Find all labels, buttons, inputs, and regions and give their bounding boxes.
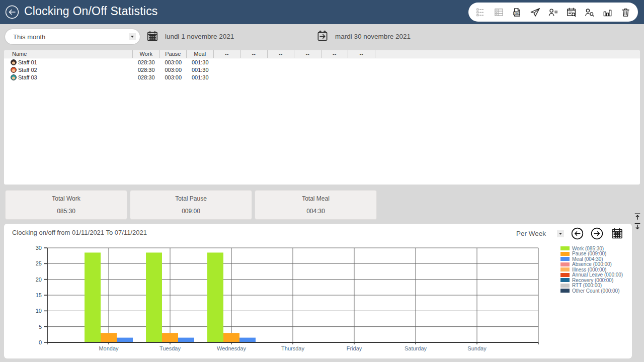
calendar-arrow-icon: [316, 30, 329, 43]
legend-label: RTT (000:00): [572, 283, 602, 288]
export-pdf-icon[interactable]: PDF: [511, 7, 523, 18]
x-category-label: Monday: [99, 345, 119, 351]
calendar-search-icon[interactable]: [566, 7, 577, 18]
y-tick-label: 20: [36, 277, 42, 283]
column-header-meal: Meal: [187, 50, 214, 58]
total-pause-label: Total Pause: [130, 195, 252, 202]
filter-row: This month lundi 1 novembre 2021 mardi 3…: [0, 24, 644, 50]
chevron-down-icon: [557, 230, 564, 237]
bar-wednesday-1: [207, 252, 223, 342]
table-row[interactable]: Staff 03028:30003:00001:30: [4, 73, 640, 81]
date-to-field[interactable]: mardi 30 novembre 2021: [316, 30, 411, 43]
staff-name-cell: Staff 02: [4, 67, 133, 73]
chart-body: 051015202530MondayTuesdayWednesdayThursd…: [4, 244, 632, 358]
total-pause-card: Total Pause 009:00: [130, 190, 252, 220]
chart-panel: Clocking on/off from 01/11/2021 To 07/11…: [4, 224, 632, 358]
legend-item: Absence (000:00): [560, 262, 631, 267]
legend-item: Work (085:30): [560, 246, 631, 251]
meal-cell: 001:30: [187, 59, 214, 65]
next-period-button[interactable]: [591, 227, 603, 240]
legend-label: Absence (000:00): [572, 261, 612, 267]
back-button[interactable]: [5, 5, 19, 19]
x-category-label: Thursday: [281, 345, 304, 351]
work-cell: 028:30: [133, 67, 160, 73]
meal-cell: 001:30: [187, 74, 214, 80]
report-table-icon[interactable]: [493, 7, 505, 18]
legend-item: Annual Leave (000:00): [560, 273, 631, 278]
legend-swatch: [560, 289, 570, 293]
bar-wednesday-2: [223, 333, 239, 342]
legend-item: Recovery (000:00): [560, 278, 631, 283]
chart-legend: Work (085:30)Pause (009:00)Meal (004:30)…: [560, 246, 631, 294]
expand-down-button[interactable]: [633, 222, 642, 230]
bar-wednesday-3: [239, 338, 256, 342]
pause-cell: 003:00: [160, 59, 187, 65]
staff-name: Staff 01: [18, 59, 37, 65]
svg-text:PDF: PDF: [515, 12, 519, 15]
legend-label: Annual Leave (000:00): [572, 272, 623, 278]
bar-tuesday-3: [178, 338, 194, 342]
back-arrow-icon: [5, 5, 19, 19]
column-header-empty-4: --: [214, 50, 241, 58]
legend-swatch: [560, 284, 570, 288]
bar-monday-3: [117, 338, 133, 342]
y-tick-label: 5: [39, 324, 42, 330]
arrow-left-circle-icon: [571, 227, 584, 240]
period-select[interactable]: This month: [5, 29, 140, 44]
avatar: [11, 67, 17, 73]
legend-swatch: [560, 246, 570, 250]
table-row[interactable]: Staff 01028:30003:00001:30: [4, 58, 640, 66]
send-icon[interactable]: [529, 7, 541, 18]
calendar-icon: [146, 30, 159, 43]
legend-swatch: [560, 252, 570, 256]
date-to-value: mardi 30 novembre 2021: [335, 33, 411, 40]
top-bar: Clocking On/Off Statistics PDF: [0, 0, 644, 24]
chart-period-value: Per Week: [516, 230, 546, 237]
pause-cell: 003:00: [160, 67, 187, 73]
user-details-icon[interactable]: [547, 7, 559, 18]
bar-tuesday-1: [146, 252, 162, 342]
meal-cell: 001:30: [187, 67, 214, 73]
column-header-empty-9: --: [348, 50, 375, 58]
x-category-label: Sunday: [467, 345, 487, 351]
avatar: [11, 59, 17, 65]
expand-up-button[interactable]: [633, 212, 642, 221]
column-header-empty-6: --: [268, 50, 295, 58]
date-from-field[interactable]: lundi 1 novembre 2021: [146, 30, 234, 43]
arrow-right-circle-icon: [591, 227, 603, 240]
column-header-empty-5: --: [240, 50, 268, 58]
legend-item: RTT (000:00): [560, 283, 631, 289]
user-search-icon[interactable]: [584, 7, 595, 18]
staff-name-cell: Staff 03: [4, 74, 133, 80]
table-row[interactable]: Staff 02028:30003:00001:30: [4, 66, 640, 73]
column-header-filler: [375, 50, 640, 58]
x-category-label: Wednesday: [217, 345, 246, 351]
bar-tuesday-2: [162, 333, 178, 342]
legend-item: Meal (004:30): [560, 256, 631, 262]
bar-monday-2: [101, 333, 117, 342]
staff-name: Staff 03: [18, 74, 37, 80]
legend-item: Illness (000:00): [560, 267, 631, 273]
legend-swatch: [560, 267, 570, 272]
chart-period-select[interactable]: Per Week: [516, 230, 564, 237]
legend-label: Work (085:30): [572, 246, 604, 251]
previous-period-button[interactable]: [571, 227, 584, 240]
y-tick-label: 15: [36, 292, 42, 298]
date-from-value: lundi 1 novembre 2021: [165, 33, 234, 40]
staff-name: Staff 02: [18, 67, 37, 73]
legend-label: Meal (004:30): [572, 256, 603, 262]
report-list-icon[interactable]: [475, 7, 487, 18]
y-tick-label: 25: [36, 260, 42, 266]
column-header-work: Work: [133, 50, 160, 58]
arrow-down-to-line-icon: [633, 222, 642, 230]
bar-chart: 051015202530MondayTuesdayWednesdayThursd…: [7, 244, 560, 357]
column-header-pause: Pause: [160, 50, 187, 58]
delete-icon[interactable]: [620, 7, 631, 18]
legend-label: Recovery (000:00): [572, 278, 613, 283]
legend-swatch: [560, 257, 570, 261]
legend-item: Pause (009:00): [560, 251, 631, 257]
total-pause-value: 009:00: [130, 208, 252, 215]
staff-name-cell: Staff 01: [4, 59, 133, 65]
chart-calendar-button[interactable]: [610, 227, 624, 240]
bar-chart-icon[interactable]: [602, 7, 613, 18]
